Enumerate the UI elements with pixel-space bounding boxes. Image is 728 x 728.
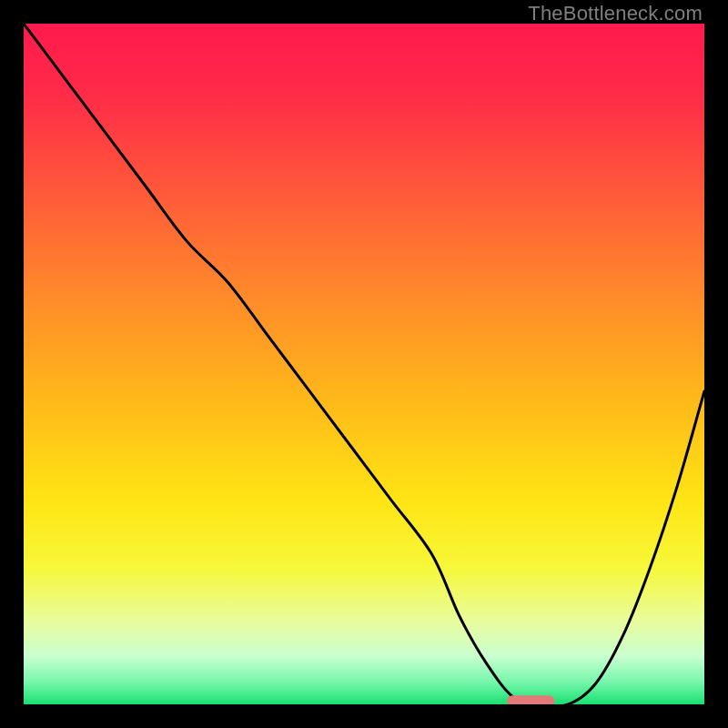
gradient-background [24,24,704,704]
watermark-text: TheBottleneck.com [528,2,703,25]
optimal-marker [507,695,554,704]
chart-frame [24,24,704,704]
bottleneck-chart [24,24,704,704]
